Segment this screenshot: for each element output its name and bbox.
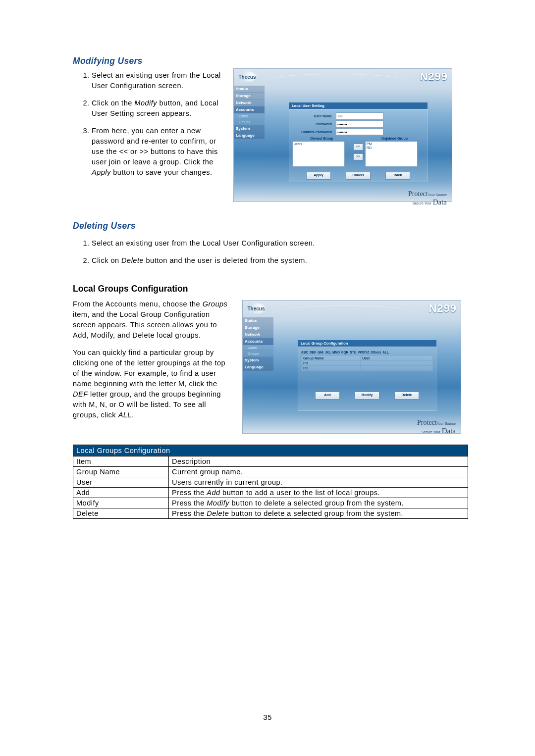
- back-button[interactable]: Back: [385, 172, 410, 180]
- nav-groups[interactable]: Groups: [243, 351, 273, 357]
- nav-system[interactable]: System: [234, 125, 265, 132]
- input-password[interactable]: [336, 120, 383, 127]
- sidebar-nav: Status Storage Network Accounts Users Gr…: [234, 85, 265, 187]
- table-row: AddPress the Add button to add a user to…: [73, 488, 468, 498]
- paragraph: From the Accounts menu, choose the Group…: [73, 299, 230, 341]
- alpha-group[interactable]: MNO: [332, 351, 340, 354]
- model-label: N299: [420, 70, 448, 83]
- modifying-users-steps: Select an existing user from the Local U…: [78, 70, 221, 178]
- col-header: Description: [169, 456, 468, 467]
- footer-tagline: ProtectYour Source Secure Your Data: [234, 187, 452, 210]
- label-password: Password: [292, 122, 336, 126]
- screenshot-local-user-setting: Thecus N299 Status Storage Network Accou…: [233, 68, 452, 202]
- nav-accounts[interactable]: Accounts: [243, 338, 273, 345]
- label-username: User Name: [292, 114, 336, 118]
- col-header: User: [361, 356, 433, 361]
- nav-network[interactable]: Network: [234, 100, 265, 106]
- alpha-group[interactable]: ABC: [301, 351, 308, 354]
- footer-tagline: ProtectYour Source Secure Your Data: [243, 416, 461, 439]
- label-confirm: Confirm Password: [292, 130, 336, 134]
- page-number: 35: [0, 713, 535, 721]
- listbox-unjoined[interactable]: PM RD: [365, 141, 418, 167]
- listbox-owned[interactable]: users: [292, 141, 345, 167]
- alpha-group[interactable]: Others: [371, 351, 381, 354]
- screenshot-local-group-config: Thecus N299 Status Storage Network Accou…: [242, 300, 461, 434]
- table-row[interactable]: PM: [302, 361, 433, 366]
- groups-table: Group Name User PM RD: [301, 355, 433, 371]
- brand-logo: Thecus: [238, 71, 257, 82]
- label-unjoined-group: Unjoined Group: [365, 137, 424, 140]
- step: Click on the Modify button, and Local Us…: [92, 98, 221, 119]
- table-row: Group NameCurrent group name.: [73, 467, 468, 477]
- table-row[interactable]: RD: [302, 366, 433, 371]
- label-owned-group: Owned Group: [292, 137, 351, 140]
- table-row: DeletePress the Delete button to delete …: [73, 508, 468, 519]
- nav-status[interactable]: Status: [234, 86, 265, 93]
- apply-button[interactable]: Apply: [306, 172, 331, 180]
- brand-logo: Thecus: [247, 303, 266, 314]
- panel-title: Local User Setting: [289, 102, 428, 109]
- nav-language[interactable]: Language: [243, 364, 273, 371]
- nav-groups[interactable]: Groups: [234, 119, 265, 125]
- panel-title: Local Group Configuration: [298, 340, 436, 347]
- alpha-group[interactable]: VWXYZ: [358, 351, 369, 354]
- nav-users[interactable]: Users: [234, 113, 265, 119]
- alpha-group[interactable]: DEF: [310, 351, 316, 354]
- section-local-groups: Local Groups Configuration: [73, 284, 468, 294]
- nav-users[interactable]: Users: [243, 345, 273, 351]
- paragraph: You can quickly find a particular group …: [73, 348, 230, 420]
- alpha-group[interactable]: STU: [350, 351, 356, 354]
- table-row: UserUsers currently in current group.: [73, 477, 468, 488]
- sidebar-nav: Status Storage Network Accounts Users Gr…: [243, 316, 273, 416]
- input-confirm[interactable]: [336, 128, 383, 135]
- alpha-group[interactable]: PQR: [341, 351, 348, 354]
- input-username[interactable]: [336, 112, 383, 119]
- nav-status[interactable]: Status: [243, 317, 273, 324]
- alpha-group[interactable]: JKL: [325, 351, 331, 354]
- deleting-users-steps: Select an existing user from the Local U…: [78, 238, 468, 266]
- add-button[interactable]: Add: [315, 392, 340, 400]
- col-header: Item: [73, 456, 169, 467]
- step: Select an existing user from the Local U…: [92, 70, 221, 91]
- section-modifying-users: Modifying Users: [73, 56, 468, 66]
- cancel-button[interactable]: Cancel: [346, 172, 371, 180]
- nav-language[interactable]: Language: [234, 132, 265, 139]
- delete-button[interactable]: Delete: [394, 392, 419, 400]
- move-right-button[interactable]: >>: [353, 153, 363, 160]
- nav-storage[interactable]: Storage: [234, 93, 265, 100]
- nav-network[interactable]: Network: [243, 331, 273, 338]
- nav-accounts[interactable]: Accounts: [234, 106, 265, 113]
- alpha-group[interactable]: GHI: [318, 351, 323, 354]
- alpha-filter: ABC DEF GHI JKL MNO PQR STU VWXYZ Others: [301, 351, 433, 354]
- table-title: Local Groups Configuration: [73, 445, 468, 456]
- step: From here, you can enter a new password …: [92, 126, 221, 178]
- move-left-button[interactable]: <<: [353, 144, 363, 151]
- nav-storage[interactable]: Storage: [243, 324, 273, 331]
- step: Select an existing user from the Local U…: [92, 238, 468, 249]
- doc-table: Local Groups Configuration Item Descript…: [73, 445, 468, 519]
- model-label: N299: [428, 302, 457, 315]
- table-row: ModifyPress the Modify button to delete …: [73, 498, 468, 508]
- step: Click on Delete button and the user is d…: [92, 255, 468, 266]
- section-deleting-users: Deleting Users: [73, 221, 468, 231]
- nav-system[interactable]: System: [243, 357, 273, 364]
- modify-button[interactable]: Modify: [355, 392, 379, 400]
- alpha-group[interactable]: ALL: [382, 351, 389, 354]
- col-header: Group Name: [302, 356, 361, 361]
